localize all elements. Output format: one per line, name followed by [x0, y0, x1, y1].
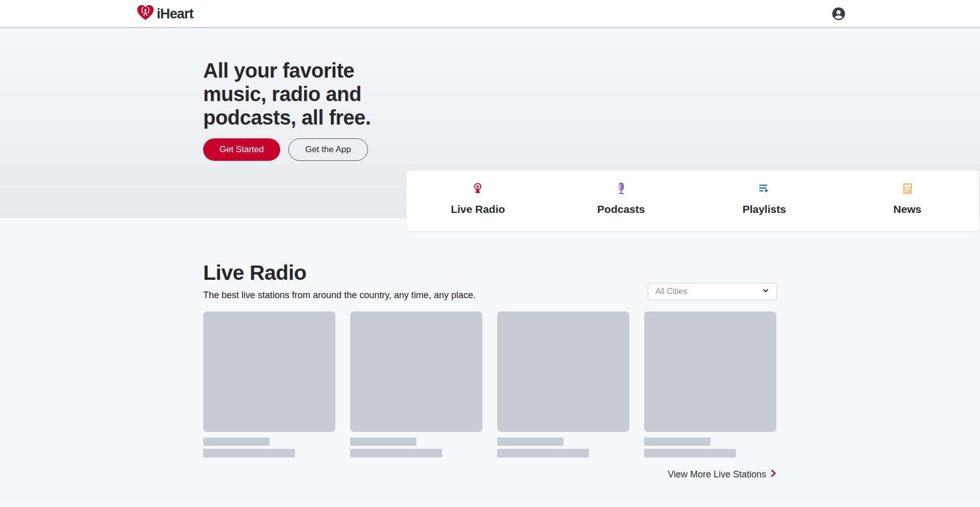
hero-section: All your favorite music, radio and podca…	[0, 28, 980, 218]
hero-heading-line: All your favorite	[203, 59, 980, 82]
live-radio-title: Live Radio	[203, 262, 476, 283]
newspaper-icon	[900, 181, 915, 199]
iheart-logo[interactable]: iHeart	[136, 4, 193, 23]
category-label: Live Radio	[451, 203, 505, 215]
iheart-logo-icon	[136, 4, 155, 23]
skeleton-text-bar	[644, 449, 736, 457]
skeleton-text-bar	[497, 438, 564, 446]
station-tile-placeholder[interactable]	[644, 311, 776, 432]
live-radio-header: Live Radio The best live stations from a…	[203, 262, 777, 301]
station-tile-placeholder[interactable]	[203, 311, 335, 432]
live-radio-subtitle: The best live stations from around the c…	[203, 290, 476, 301]
hero-heading-line: podcasts, all free.	[203, 106, 980, 129]
station-grid	[203, 311, 777, 457]
top-nav: iHeart	[0, 0, 980, 28]
station-card-placeholder	[497, 311, 629, 457]
station-card-placeholder	[644, 311, 776, 457]
skeleton-text-bar	[203, 438, 270, 446]
city-filter-value: All Cities	[655, 287, 687, 296]
account-button[interactable]	[831, 6, 846, 21]
hero-heading: All your favorite music, radio and podca…	[203, 28, 980, 129]
category-item-live-radio[interactable]: Live Radio	[406, 171, 550, 231]
playlist-icon	[756, 181, 772, 199]
section-divider	[0, 498, 980, 498]
station-card-placeholder	[350, 311, 482, 457]
category-label: News	[893, 203, 921, 215]
skeleton-text-bar	[203, 449, 295, 457]
chevron-down-icon	[762, 286, 770, 297]
hero-heading-line: music, radio and	[203, 82, 980, 106]
city-filter-dropdown[interactable]: All Cities	[648, 283, 777, 300]
get-the-app-button[interactable]: Get the App	[288, 138, 368, 161]
category-item-podcasts[interactable]: Podcasts	[550, 171, 693, 231]
station-tile-placeholder[interactable]	[350, 311, 482, 432]
category-item-news[interactable]: News	[836, 171, 979, 231]
account-circle-icon	[831, 15, 846, 23]
iheart-logo-text: iHeart	[157, 6, 193, 21]
category-card: Live Radio Podcasts	[406, 171, 979, 231]
category-label: Playlists	[743, 203, 786, 215]
category-item-playlists[interactable]: Playlists	[693, 171, 836, 231]
skeleton-text-bar	[644, 438, 710, 446]
skeleton-text-bar	[350, 438, 416, 446]
skeleton-text-bar	[497, 449, 589, 457]
hero-buttons: Get Started Get the App	[203, 138, 980, 161]
broadcast-icon	[470, 181, 485, 199]
live-radio-section: Live Radio The best live stations from a…	[0, 218, 980, 507]
station-card-placeholder	[203, 311, 335, 457]
skeleton-text-bar	[350, 449, 442, 457]
microphone-icon	[614, 181, 629, 199]
get-started-button[interactable]: Get Started	[203, 138, 280, 161]
category-label: Podcasts	[597, 203, 645, 215]
chevron-right-icon	[770, 469, 777, 480]
view-more-row: View More Live Stations	[203, 469, 777, 480]
view-more-live-stations-link[interactable]: View More Live Stations	[668, 469, 777, 480]
view-more-label: View More Live Stations	[668, 469, 766, 480]
live-radio-header-text: Live Radio The best live stations from a…	[203, 262, 476, 301]
station-tile-placeholder[interactable]	[497, 311, 629, 432]
